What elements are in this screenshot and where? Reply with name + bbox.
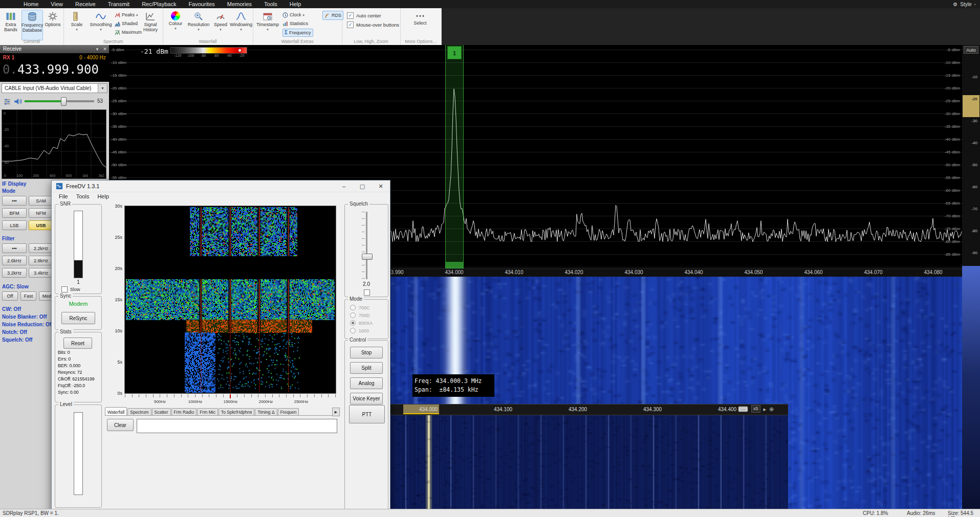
menubar-item[interactable]: Home: [17, 1, 45, 7]
squelch-slider-handle[interactable]: [362, 254, 373, 260]
rds-toggle[interactable]: RDS: [322, 11, 343, 20]
reset-button[interactable]: Reset: [63, 338, 92, 349]
mode-button[interactable]: BFM: [2, 208, 27, 218]
agc-button[interactable]: Fast: [20, 291, 36, 301]
fdv-tab[interactable]: Waterfall: [105, 407, 127, 416]
mode-button[interactable]: NFM: [29, 208, 53, 218]
audio-input-select[interactable]: CABLE Input (VB-Audio Virtual Cable) ▾: [2, 83, 107, 93]
options-button[interactable]: Options: [43, 10, 62, 39]
extra-bands-button[interactable]: Extra Bands: [1, 10, 20, 39]
maximum-button[interactable]: Maximum: [115, 29, 142, 36]
colour-button[interactable]: Colour ▾: [165, 10, 186, 39]
fdv-tab[interactable]: Frequen: [278, 408, 299, 416]
freedv-menu-item[interactable]: Tools: [72, 193, 94, 199]
filter-button[interactable]: 3.2kHz: [2, 268, 27, 278]
keyboard-icon[interactable]: [738, 406, 748, 413]
tuned-frequency[interactable]: 0.433.999.900: [3, 62, 99, 77]
mode-button[interactable]: USB: [29, 220, 53, 230]
mode-button[interactable]: LSB: [2, 220, 27, 230]
frequency-database-button[interactable]: Frequency Database: [21, 10, 43, 40]
fdv-mode-option[interactable]: 700D: [350, 311, 373, 319]
select-button[interactable]: ⋯ Select: [408, 10, 432, 39]
freedv-menu-item[interactable]: Help: [93, 193, 113, 199]
control-button[interactable]: Voice Keyer: [350, 393, 383, 404]
close-button[interactable]: ✕: [372, 181, 390, 192]
menubar-item[interactable]: View: [45, 1, 69, 7]
receive-panel-header[interactable]: Receive ▾ ✕: [0, 45, 109, 53]
menubar-item[interactable]: Memories: [221, 1, 258, 7]
fdv-tab[interactable]: To Spkr/Hdphns: [219, 408, 254, 416]
filter-button[interactable]: •••: [2, 243, 27, 253]
timestamp-button[interactable]: Timestamp ▾: [256, 10, 279, 39]
filter-button[interactable]: 3.4kHz: [29, 268, 53, 278]
shaded-button[interactable]: Shaded: [115, 20, 138, 27]
fdv-tab[interactable]: Frm Mic: [197, 408, 218, 416]
waterfall-palette-bar[interactable]: [170, 47, 247, 54]
frequency-display[interactable]: RX 1 0 - 4000 Hz 0.433.999.900: [0, 53, 109, 82]
squelch-checkbox[interactable]: [364, 289, 370, 296]
fdv-mode-option[interactable]: 700C: [350, 304, 373, 311]
volume-handle[interactable]: [61, 97, 67, 106]
panel-close-icon[interactable]: ✕: [101, 45, 108, 53]
resync-button[interactable]: ReSync: [61, 312, 95, 324]
mode-button[interactable]: •••: [2, 196, 27, 206]
agc-button[interactable]: Off: [2, 291, 18, 301]
auto-scale-button[interactable]: Auto: [964, 46, 978, 54]
mode-button[interactable]: SAM: [29, 196, 53, 206]
style-selector[interactable]: ⚙ Style ▾: [953, 0, 976, 8]
if-spectrum-display[interactable]: [2, 110, 106, 178]
menubar-item[interactable]: Help: [284, 1, 308, 7]
fdv-tab[interactable]: Frm Radio: [171, 408, 197, 416]
auto-center-checkbox[interactable]: ✓ Auto center: [347, 12, 381, 19]
clear-button[interactable]: Clear: [107, 419, 134, 431]
vfo-marker[interactable]: 1: [447, 46, 462, 59]
filter-button[interactable]: 2.2kHz: [29, 243, 53, 253]
windowing-button[interactable]: Windowing ▾: [230, 10, 252, 39]
minimize-button[interactable]: –: [335, 181, 353, 192]
audio-settings-icon[interactable]: [3, 98, 11, 105]
zoom-factor-button[interactable]: x5: [751, 405, 760, 413]
vfo-band-highlight[interactable]: [445, 45, 464, 268]
fdv-mode-option[interactable]: 800XA: [350, 319, 373, 327]
scale-button[interactable]: Scale ▾: [67, 10, 87, 39]
zoom-in-icon[interactable]: ⊕: [769, 406, 774, 413]
menubar-item[interactable]: Receive: [69, 1, 102, 7]
text-output-field[interactable]: [137, 419, 337, 433]
filter-button[interactable]: 2.8kHz: [29, 256, 53, 265]
snr-slow-checkbox[interactable]: Slow: [61, 286, 80, 293]
frequency-toggle[interactable]: Σ Frequency: [282, 29, 313, 37]
colour-label: Colour: [169, 21, 183, 27]
maximize-button[interactable]: ▢: [353, 181, 372, 192]
pan-right-icon[interactable]: ▸: [764, 406, 767, 413]
resolution-button[interactable]: Resolution ▾: [187, 10, 210, 39]
speed-button[interactable]: Speed ▾: [211, 10, 230, 39]
clock-button[interactable]: Clock ▾: [282, 11, 304, 18]
mouse-over-buttons-checkbox[interactable]: ✓ Mouse-over buttons: [347, 21, 399, 28]
filter-button[interactable]: 2.6kHz: [2, 256, 27, 265]
fdv-waterfall-display[interactable]: [125, 206, 336, 393]
signal-history-button[interactable]: Signal History: [139, 10, 162, 39]
squelch-slider-track[interactable]: [366, 212, 367, 279]
volume-slider[interactable]: [25, 96, 94, 106]
menubar-item[interactable]: Favourites: [182, 1, 221, 7]
speaker-icon[interactable]: [14, 98, 22, 105]
control-button[interactable]: Stop: [350, 347, 383, 358]
ptt-button[interactable]: PTT: [349, 405, 385, 423]
fdv-tab[interactable]: Timing Δ: [255, 408, 277, 416]
aux-waterfall-display[interactable]: [389, 415, 788, 509]
fdv-mode-option[interactable]: 1600: [350, 327, 373, 334]
fdv-tab[interactable]: Scatter: [152, 408, 171, 416]
freedv-titlebar[interactable]: FreeDV 1.3.1 – ▢ ✕: [52, 181, 390, 192]
statistics-button[interactable]: Statistics: [282, 20, 308, 27]
freedv-menu-item[interactable]: File: [55, 193, 72, 199]
tab-scroll-right-icon[interactable]: ▶: [332, 408, 340, 416]
fdv-tab[interactable]: Spectrum: [127, 408, 151, 416]
menubar-item[interactable]: Rec/Playback: [136, 1, 182, 7]
control-button[interactable]: Split: [350, 362, 383, 374]
peaks-button[interactable]: Peaks ▾: [115, 11, 138, 18]
panel-collapse-icon[interactable]: ▾: [94, 45, 101, 53]
menubar-item[interactable]: Tools: [258, 1, 284, 7]
smoothing-button[interactable]: Smoothing ▾: [89, 10, 113, 39]
control-button[interactable]: Analog: [350, 377, 383, 389]
menubar-item[interactable]: Transmit: [102, 1, 136, 7]
